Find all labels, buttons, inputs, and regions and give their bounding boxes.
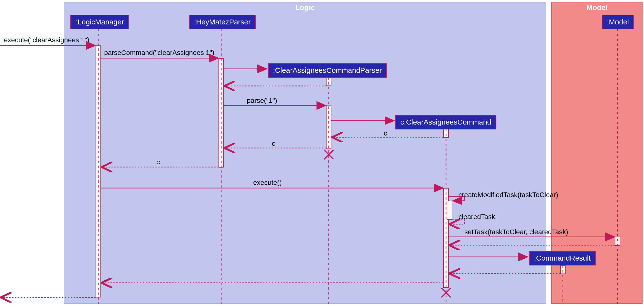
- msg-parse-command: parseCommand("clearAssignees 1"): [104, 49, 214, 57]
- msg-create-modified: createModifiedTask(taskToClear): [458, 191, 558, 199]
- msg-set-task: setTask(taskToClear, clearedTask): [464, 228, 568, 236]
- msg-parse-1: parse("1"): [247, 97, 277, 104]
- participant-heymatez-parser: :HeyMatezParser: [189, 15, 256, 29]
- sequence-diagram: Logic Model :LogicManager :HeyMatezParse…: [0, 0, 644, 306]
- msg-cleared-task: clearedTask: [458, 213, 495, 221]
- frame-logic: Logic: [64, 2, 546, 304]
- participant-clear-assignees-parser: :ClearAssigneesCommandParser: [268, 63, 387, 78]
- participant-label: :HeyMatezParser: [194, 18, 251, 26]
- participant-clear-assignees-command: c:ClearAssigneesCommand: [395, 115, 496, 129]
- participant-label: :CommandResult: [534, 254, 591, 262]
- activation-clear-parser-2: [326, 105, 332, 149]
- msg-return-c-2: c: [272, 140, 275, 148]
- participant-logic-manager: :LogicManager: [70, 15, 129, 29]
- participant-label: :LogicManager: [76, 18, 124, 26]
- msg-execute: execute(): [253, 179, 282, 187]
- activation-clear-cmd-1: [443, 129, 449, 138]
- frame-logic-title: Logic: [295, 3, 315, 12]
- participant-label: c:ClearAssigneesCommand: [400, 118, 491, 126]
- msg-execute-in: execute("clearAssignees 1"): [4, 36, 90, 44]
- participant-command-result: :CommandResult: [529, 251, 596, 266]
- participant-model: :Model: [602, 15, 634, 29]
- activation-logic-manager: [96, 45, 101, 298]
- msg-return-c-3: c: [156, 158, 160, 166]
- activation-clear-parser-1: [326, 77, 332, 86]
- activation-clear-cmd-self: [447, 201, 452, 220]
- participant-label: :Model: [607, 18, 629, 26]
- msg-return-c-1: c: [384, 129, 387, 137]
- frame-model-title: Model: [586, 3, 608, 12]
- activation-heymatez-parser: [218, 58, 224, 168]
- participant-label: :ClearAssigneesCommandParser: [273, 66, 382, 74]
- activation-model: [615, 237, 620, 246]
- activation-command-result: [560, 265, 566, 274]
